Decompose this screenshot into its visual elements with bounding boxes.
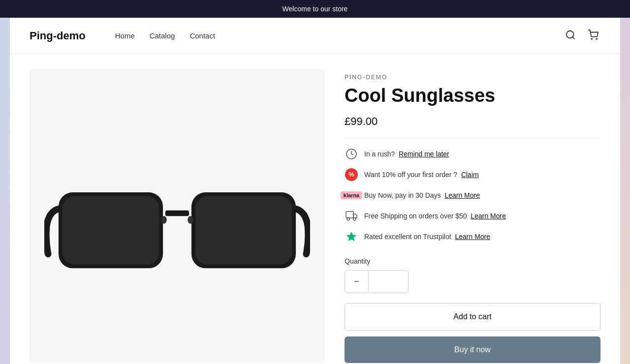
svg-rect-7 (63, 196, 159, 264)
nav-contact[interactable]: Contact (189, 31, 215, 40)
clock-icon (345, 147, 358, 161)
main-wrapper: Ping-demo Home Catalog Contact (10, 18, 620, 364)
feature-trustpilot: Rated excellent on Trustpilot Learn More (345, 230, 600, 243)
star-icon (345, 230, 358, 243)
feature-rush-text: In a rush? Remind me later (364, 150, 449, 158)
nav-catalog[interactable]: Catalog (150, 31, 175, 40)
svg-rect-12 (346, 212, 353, 218)
quantity-input[interactable] (368, 271, 409, 292)
feature-discount: % Want 10% off your first order ? Claim (345, 168, 600, 182)
product-page: PING-DEMO Cool Sunglasses £99.00 In a ru… (10, 54, 620, 364)
svg-point-3 (596, 38, 597, 39)
search-button[interactable] (563, 28, 578, 44)
klarna-learn-more-link[interactable]: Learn More (444, 191, 480, 199)
trustpilot-learn-more-link[interactable]: Learn More (455, 233, 490, 241)
feature-klarna-text: Buy Now, pay in 30 Days Learn More (364, 191, 480, 199)
header-icons (563, 28, 600, 44)
buy-now-button[interactable]: Buy it now (345, 336, 600, 363)
quantity-decrease-button[interactable]: − (345, 271, 368, 293)
announcement-bar: Welcome to our store (0, 0, 630, 18)
quantity-label: Quantity (345, 257, 600, 265)
search-icon (565, 30, 576, 40)
product-image (44, 140, 310, 292)
percent-icon: % (345, 168, 358, 182)
svg-point-2 (591, 38, 592, 39)
svg-point-10 (188, 216, 193, 223)
svg-marker-16 (346, 232, 356, 241)
product-price: £99.00 (345, 115, 600, 128)
svg-point-0 (567, 31, 574, 38)
remind-me-link[interactable]: Remind me later (399, 150, 449, 158)
feature-trustpilot-text: Rated excellent on Trustpilot Learn More (364, 233, 490, 241)
feature-list: In a rush? Remind me later % Want 10% of… (345, 147, 600, 243)
feature-shipping: Free Shipping on orders over $50 Learn M… (345, 209, 600, 223)
feature-klarna: klarna Buy Now, pay in 30 Days Learn Mor… (345, 188, 600, 202)
cart-button[interactable] (586, 28, 600, 44)
add-to-cart-button[interactable]: Add to cart (345, 303, 600, 331)
svg-point-15 (353, 218, 356, 220)
claim-link[interactable]: Claim (461, 171, 479, 179)
svg-rect-4 (165, 210, 189, 216)
product-title: Cool Sunglasses (345, 85, 600, 107)
cart-icon (588, 30, 598, 40)
svg-point-9 (161, 216, 167, 223)
product-info: PING-DEMO Cool Sunglasses £99.00 In a ru… (345, 69, 600, 363)
svg-point-14 (347, 218, 349, 220)
svg-line-1 (572, 37, 574, 39)
truck-icon (345, 209, 358, 223)
announcement-text: Welcome to our store (283, 5, 348, 13)
nav-home[interactable]: Home (115, 31, 135, 40)
feature-shipping-text: Free Shipping on orders over $50 Learn M… (364, 212, 506, 220)
feature-rush: In a rush? Remind me later (345, 147, 600, 161)
shipping-learn-more-link[interactable]: Learn More (471, 212, 506, 220)
main-nav: Home Catalog Contact (115, 31, 563, 40)
klarna-icon: klarna (345, 188, 358, 202)
quantity-controls: − + (345, 270, 409, 293)
svg-marker-13 (353, 214, 357, 218)
product-brand: PING-DEMO (345, 74, 600, 81)
svg-rect-8 (195, 196, 292, 264)
divider-1 (345, 138, 600, 138)
site-logo[interactable]: Ping-demo (30, 30, 86, 42)
feature-discount-text: Want 10% off your first order ? Claim (364, 171, 479, 179)
product-image-container (30, 69, 325, 363)
site-header: Ping-demo Home Catalog Contact (10, 18, 620, 54)
